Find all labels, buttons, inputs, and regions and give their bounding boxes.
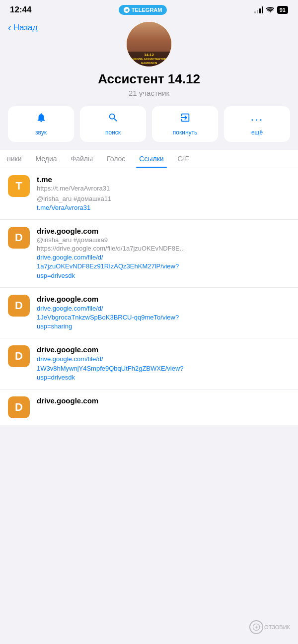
- back-button[interactable]: ‹ Назад: [8, 22, 37, 33]
- tab-links[interactable]: Ссылки: [132, 150, 170, 168]
- link-content-4: drive.google.com drive.google.com/file/d…: [37, 345, 290, 382]
- tab-gif[interactable]: GIF: [171, 150, 196, 168]
- group-name: Ассистент 14.12: [98, 71, 200, 87]
- link-sender: @irisha_aru #домашка9: [37, 236, 290, 244]
- tab-voice[interactable]: Голос: [100, 150, 132, 168]
- link-domain: drive.google.com: [37, 396, 290, 405]
- watermark-circle: [249, 620, 263, 634]
- status-bar: 12:44 TELEGRAM 91: [0, 0, 298, 18]
- list-item[interactable]: T t.me https://t.me/VeraAvrora31 @irisha…: [0, 168, 298, 220]
- link-url[interactable]: drive.google.com/file/d/1W3v8hMywnjY4Smp…: [37, 355, 290, 382]
- search-button[interactable]: поиск: [80, 106, 146, 142]
- list-item[interactable]: D drive.google.com drive.google.com/file…: [0, 288, 298, 339]
- sound-label: звук: [35, 129, 47, 136]
- leave-label: покинуть: [173, 129, 198, 136]
- link-icon-d3: D: [8, 345, 30, 367]
- svg-point-2: [142, 32, 156, 48]
- search-label: поиск: [105, 129, 121, 136]
- list-item[interactable]: D drive.google.com @irisha_aru #домашка9…: [0, 220, 298, 288]
- svg-point-1: [140, 25, 158, 47]
- link-domain: t.me: [37, 175, 290, 184]
- link-icon-t: T: [8, 175, 30, 197]
- avatar-overlay: 14.12 ШКОЛА АССИСТЕНТОВ GAMIYAP.N: [127, 52, 171, 66]
- avatar: $ 14.12 ШКОЛА АССИСТЕНТОВ GAMIYAP.N: [127, 22, 171, 66]
- svg-point-5: [130, 26, 142, 38]
- search-icon: [108, 112, 119, 126]
- leave-button[interactable]: покинуть: [152, 106, 218, 142]
- leave-icon: [180, 112, 191, 126]
- link-icon-d: D: [8, 227, 30, 249]
- svg-text:$: $: [134, 28, 138, 36]
- link-url[interactable]: t.me/VeraAvrora31: [37, 203, 290, 212]
- link-content-2: drive.google.com @irisha_aru #домашка9 h…: [37, 227, 290, 280]
- link-content-1: t.me https://t.me/VeraAvrora31 @irisha_a…: [37, 175, 290, 212]
- list-item[interactable]: D drive.google.com: [0, 389, 298, 425]
- watermark: ОТЗОВИК: [249, 620, 290, 634]
- back-chevron-icon: ‹: [8, 22, 11, 33]
- more-button[interactable]: ··· ещё: [224, 106, 290, 142]
- link-url[interactable]: drive.google.com/file/d/1JeVbgrocaTnkzwS…: [37, 304, 290, 331]
- status-time: 12:44: [10, 5, 31, 15]
- sound-button[interactable]: звук: [8, 106, 74, 142]
- link-url[interactable]: drive.google.com/file/d/1a7jzuOKEvNDF8Ez…: [37, 253, 290, 280]
- link-content-5: drive.google.com: [37, 396, 290, 406]
- group-members-count: 21 участник: [129, 89, 169, 97]
- telegram-badge: TELEGRAM: [119, 5, 167, 15]
- links-list: T t.me https://t.me/VeraAvrora31 @irisha…: [0, 168, 298, 425]
- link-icon-d2: D: [8, 295, 30, 317]
- link-domain: drive.google.com: [37, 227, 290, 235]
- list-item[interactable]: D drive.google.com drive.google.com/file…: [0, 338, 298, 389]
- svg-rect-3: [147, 47, 151, 51]
- link-domain: drive.google.com: [37, 345, 290, 354]
- watermark-text: ОТЗОВИК: [264, 624, 290, 630]
- link-domain: drive.google.com: [37, 295, 290, 303]
- tabs-row: ники Медиа Файлы Голос Ссылки GIF: [0, 150, 298, 168]
- bell-icon: [36, 112, 47, 126]
- status-icons: 91: [254, 6, 288, 14]
- back-label: Назад: [13, 23, 38, 33]
- more-label: ещё: [251, 129, 263, 136]
- more-icon: ···: [250, 112, 263, 126]
- wifi-icon: [266, 6, 274, 14]
- group-header: ‹ Назад: [0, 18, 298, 106]
- tab-media[interactable]: Медиа: [29, 150, 64, 168]
- link-sender: @irisha_aru #домашка11: [37, 195, 290, 202]
- link-content-3: drive.google.com drive.google.com/file/d…: [37, 295, 290, 331]
- link-icon-d4: D: [8, 396, 30, 418]
- signal-icon: [254, 6, 263, 13]
- battery-icon: 91: [277, 6, 288, 14]
- link-url-preview: https://drive.google.com/file/d/1a7jzuOK…: [37, 245, 290, 252]
- action-buttons-row: звук поиск покинуть ··· ещё: [0, 106, 298, 150]
- avatar-image: $ 14.12 ШКОЛА АССИСТЕНТОВ GAMIYAP.N: [127, 22, 171, 66]
- link-url-preview: https://t.me/VeraAvrora31: [37, 185, 290, 192]
- tab-members[interactable]: ники: [0, 150, 29, 168]
- tab-files[interactable]: Файлы: [64, 150, 100, 168]
